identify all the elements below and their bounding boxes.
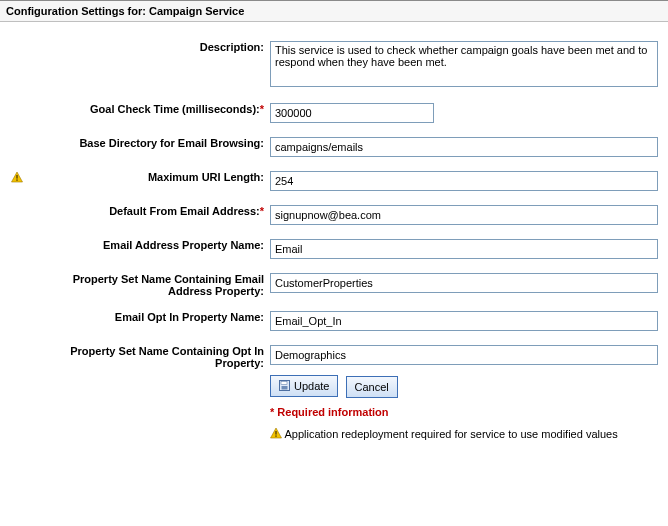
cancel-button-label: Cancel xyxy=(355,381,389,393)
svg-rect-8 xyxy=(275,435,276,436)
title-name: Campaign Service xyxy=(149,5,244,17)
page-title: Configuration Settings for: Campaign Ser… xyxy=(0,0,668,22)
label-optin-prop: Email Opt In Property Name: xyxy=(115,311,264,323)
svg-rect-4 xyxy=(281,381,287,384)
email-property-name-input[interactable] xyxy=(270,239,658,259)
label-base-dir: Base Directory for Email Browsing: xyxy=(79,137,264,149)
config-form: Description: This service is used to che… xyxy=(0,22,668,453)
svg-rect-1 xyxy=(16,175,17,179)
label-max-uri: Maximum URI Length: xyxy=(148,171,264,183)
description-textarea[interactable]: This service is used to check whether ca… xyxy=(270,41,658,87)
svg-rect-2 xyxy=(16,179,17,180)
property-set-optin-input[interactable] xyxy=(270,345,658,365)
cancel-button[interactable]: Cancel xyxy=(346,376,398,398)
goal-check-time-input[interactable] xyxy=(270,103,434,123)
required-note-text: * Required information xyxy=(270,406,389,418)
max-uri-length-input[interactable] xyxy=(270,171,658,191)
title-prefix: Configuration Settings for: xyxy=(6,5,149,17)
update-button-label: Update xyxy=(294,380,329,392)
form-layout: Description: This service is used to che… xyxy=(10,30,658,453)
default-from-email-input[interactable] xyxy=(270,205,658,225)
disk-icon xyxy=(279,380,290,393)
label-email-prop: Email Address Property Name: xyxy=(103,239,264,251)
label-goal-check: Goal Check Time (milliseconds): xyxy=(90,103,260,115)
base-directory-input[interactable] xyxy=(270,137,658,157)
svg-rect-7 xyxy=(275,431,276,435)
optin-property-name-input[interactable] xyxy=(270,311,658,331)
svg-rect-5 xyxy=(282,386,288,390)
required-note: * Required information xyxy=(270,404,658,421)
property-set-email-input[interactable] xyxy=(270,273,658,293)
redeploy-note: Application redeployment required for se… xyxy=(270,426,658,444)
redeploy-note-text: Application redeployment required for se… xyxy=(284,428,617,440)
warning-icon xyxy=(11,171,23,185)
update-button[interactable]: Update xyxy=(270,375,338,397)
label-default-from: Default From Email Address: xyxy=(109,205,260,217)
required-asterisk: * xyxy=(260,103,264,115)
warning-icon xyxy=(270,427,282,444)
label-description: Description: xyxy=(200,41,264,53)
label-ps-email: Property Set Name Containing Email Addre… xyxy=(73,273,264,297)
required-asterisk: * xyxy=(260,205,264,217)
label-ps-optin: Property Set Name Containing Opt In Prop… xyxy=(70,345,264,369)
